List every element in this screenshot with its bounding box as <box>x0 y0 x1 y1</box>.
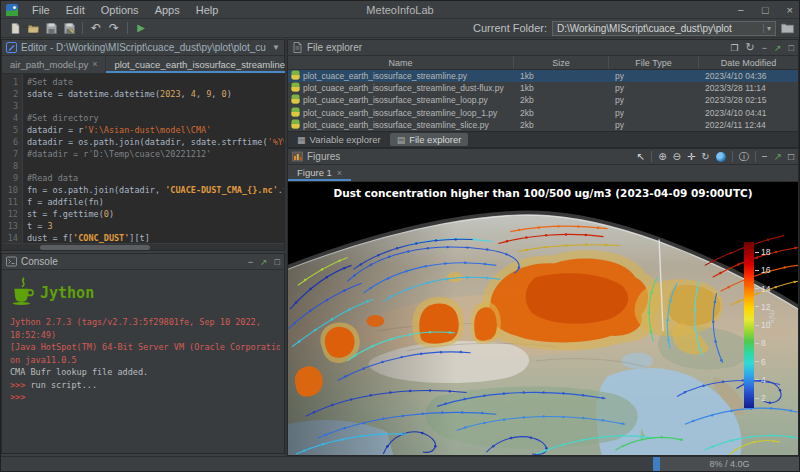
close-icon[interactable]: × <box>92 59 97 69</box>
refresh-icon[interactable]: ↻ <box>746 41 755 54</box>
open-file-button[interactable] <box>24 20 42 36</box>
memory-usage-text: 8% / 4.0G <box>660 459 799 469</box>
table-row[interactable]: plot_cuace_earth_isosurface_streamline_l… <box>288 107 798 119</box>
colorbar-tick: 8 <box>755 339 770 347</box>
console-output[interactable]: Jython Jython 2.7.3 (tags/v2.7.3:5f29801… <box>2 270 284 453</box>
code-editor[interactable]: 123456789101112131415 #Set datesdate = d… <box>2 74 284 243</box>
new-script-button[interactable] <box>6 20 24 36</box>
colorbar-tick: 6 <box>755 358 770 366</box>
python-file-icon <box>291 119 300 131</box>
current-folder-value: D:\Working\MIScript\cuace_dust\py\plot <box>557 23 763 34</box>
column-header-date-modified[interactable]: Date Modified <box>699 56 798 69</box>
console-line: >>> <box>10 391 280 404</box>
console-icon <box>6 256 17 267</box>
menu-file[interactable]: File <box>24 4 58 16</box>
column-header-name[interactable]: Name <box>288 56 514 69</box>
code-line: f = addfile(fn) <box>27 196 284 208</box>
column-header-size[interactable]: Size <box>514 56 609 69</box>
maximize-icon[interactable]: □ <box>789 43 794 53</box>
tab-label: File explorer <box>409 134 461 145</box>
run-icon: ▶ <box>137 23 145 33</box>
tab-air-path-model[interactable]: air_path_model.py × <box>2 55 106 73</box>
globe-icon[interactable] <box>716 152 726 162</box>
table-row[interactable]: plot_cuace_earth_isosurface_streamline_l… <box>288 94 798 106</box>
current-folder-combobox[interactable]: D:\Working\MIScript\cuace_dust\py\plot ▾ <box>552 21 776 36</box>
console-line: [Java HotSpot(TM) 64-Bit Server VM (Orac… <box>10 341 280 354</box>
menu-apps[interactable]: Apps <box>147 4 188 16</box>
figure-canvas[interactable]: Dust concentration higher than 100/500 u… <box>288 182 798 455</box>
cursor-icon[interactable]: ↖ <box>637 151 645 162</box>
float-icon[interactable]: ↗ <box>774 43 782 53</box>
minimize-icon[interactable]: − <box>248 257 253 267</box>
memory-indicator[interactable]: 8% / 4.0G <box>653 457 799 471</box>
zoom-out-icon[interactable]: ⊖ <box>673 151 681 162</box>
close-icon[interactable]: × <box>337 168 342 178</box>
memory-usage-bar <box>653 457 660 471</box>
minimize-icon[interactable]: − <box>762 43 767 53</box>
editor-panel: Editor - D:\Working\MIScript\cuace_dust\… <box>1 39 285 251</box>
run-script-button[interactable]: ▶ <box>132 20 150 36</box>
jython-logo <box>10 276 36 310</box>
figures-icon <box>292 151 303 162</box>
console-line: >>> run script... <box>10 379 280 392</box>
menu-options[interactable]: Options <box>93 4 147 16</box>
save-as-button[interactable] <box>60 20 78 36</box>
colorbar-tick: 18 <box>755 248 770 256</box>
undo-button[interactable]: ↶ <box>87 20 105 36</box>
new-file-icon <box>10 23 21 34</box>
app-logo-icon <box>6 4 18 16</box>
save-as-icon <box>64 23 75 34</box>
open-folder-icon <box>28 23 39 34</box>
tab-file-explorer[interactable]: ▤ File explorer <box>390 133 469 146</box>
editor-title: Editor - D:\Working\MIScript\cuace_dust\… <box>21 42 266 53</box>
maximize-icon[interactable]: □ <box>788 151 794 162</box>
code-line: st = f.gettime(0) <box>27 208 284 220</box>
file-table-header[interactable]: NameSizeFile TypeDate Modified <box>288 56 798 70</box>
window-close-button[interactable]: × <box>787 1 793 19</box>
chevron-down-icon[interactable]: ▾ <box>763 24 771 33</box>
console-title: Console <box>21 256 58 267</box>
rotate-icon[interactable]: ↻ <box>701 151 709 162</box>
globe-visualization <box>288 182 798 455</box>
zoom-in-icon[interactable]: ⊕ <box>658 151 666 162</box>
tab-variable-explorer[interactable]: ▦ Variable explorer <box>290 133 388 146</box>
float-icon[interactable]: ↗ <box>260 257 268 267</box>
colorbar-unit-label: m/s <box>767 310 777 324</box>
tab-label: air_path_model.py <box>10 59 88 70</box>
save-button[interactable] <box>42 20 60 36</box>
clipboard-icon[interactable]: ❐ <box>730 43 738 53</box>
info-icon[interactable]: ⓘ <box>739 150 749 164</box>
figures-title: Figures <box>307 151 340 162</box>
float-icon[interactable]: ↗ <box>774 151 782 162</box>
table-row[interactable]: plot_cuace_earth_isosurface_streamline_d… <box>288 82 798 94</box>
menu-bar: FileEditOptionsAppsHelp MeteoInfoLab − □… <box>1 1 799 19</box>
window-maximize-button[interactable]: □ <box>762 1 769 19</box>
maximize-icon[interactable]: □ <box>275 257 280 267</box>
column-header-file-type[interactable]: File Type <box>609 56 699 69</box>
console-line: 18:52:49) <box>10 329 280 342</box>
browse-folder-button[interactable] <box>781 22 794 34</box>
save-icon <box>46 23 57 34</box>
menu-edit[interactable]: Edit <box>58 4 93 16</box>
code-line <box>27 100 284 112</box>
figure-plot-title: Dust concentration higher than 100/500 u… <box>288 187 798 199</box>
menu-help[interactable]: Help <box>188 4 227 16</box>
pan-icon[interactable]: ✛ <box>687 151 695 162</box>
code-line: dust = f['CONC_DUST'][t] <box>27 232 284 243</box>
code-line: #datadir = r'D:\Temp\cuace\20221212' <box>27 148 284 160</box>
minimize-icon[interactable]: − <box>762 151 768 162</box>
code-line: datadir = r'V:\Asian-dust\model\CMA' <box>27 124 284 136</box>
colorbar-tick: 16 <box>755 266 770 274</box>
file-explorer-title: File explorer <box>307 42 362 53</box>
editor-horizontal-scrollbar[interactable] <box>2 243 284 250</box>
editor-dropdown-icon[interactable]: ▼ <box>272 43 280 52</box>
status-bar: 8% / 4.0G <box>1 456 799 471</box>
table-row[interactable]: plot_cuace_earth_isosurface_streamline_s… <box>288 119 798 131</box>
tab-figure-1[interactable]: Figure 1 × <box>288 164 351 181</box>
redo-button[interactable]: ↷ <box>105 20 123 36</box>
file-explorer-tab-icon: ▤ <box>397 135 406 145</box>
window-minimize-button[interactable]: − <box>737 1 743 19</box>
table-row[interactable]: plot_cuace_earth_isosurface_streamline.p… <box>288 70 798 82</box>
code-line: #Read data <box>27 172 284 184</box>
console-line: Jython 2.7.3 (tags/v2.7.3:5f29801fe, Sep… <box>10 316 280 329</box>
